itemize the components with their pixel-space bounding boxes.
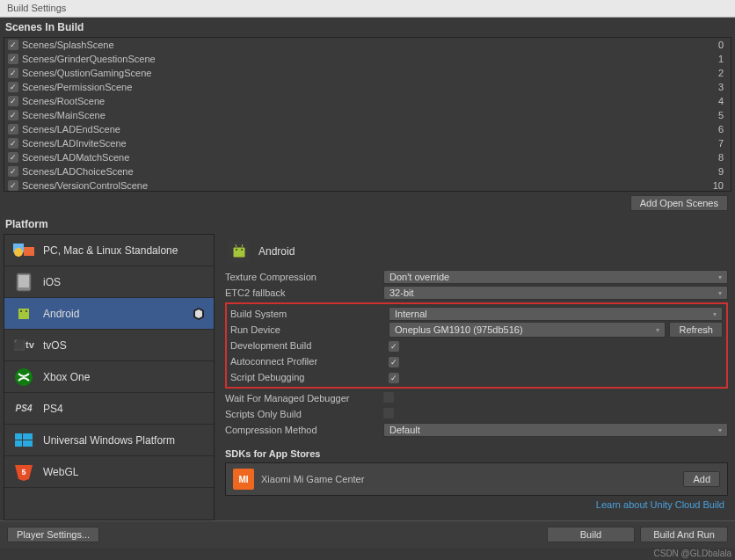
platform-label: Universal Windows Platform [43, 434, 207, 447]
scene-checkbox[interactable]: ✓ [8, 152, 18, 163]
player-settings-button[interactable]: Player Settings... [7, 527, 99, 542]
xiaomi-icon: MI [233, 469, 254, 490]
platform-header: Platform [0, 215, 735, 234]
scene-label: Scenes/LADEndScene [22, 124, 718, 135]
scene-label: Scenes/SplashScene [22, 40, 718, 50]
platform-item[interactable]: 5WebGL [4, 456, 214, 488]
svg-point-2 [14, 248, 23, 257]
refresh-button[interactable]: Refresh [669, 322, 723, 338]
platform-label: iOS [43, 276, 207, 288]
scene-index: 4 [718, 96, 724, 106]
svg-point-18 [241, 249, 243, 251]
svg-rect-11 [15, 433, 22, 440]
platform-item[interactable]: Xbox One [4, 361, 214, 393]
platform-item[interactable]: ⬛tvtvOS [4, 330, 214, 361]
svg-marker-9 [195, 309, 202, 318]
build-system-dropdown[interactable]: Internal [389, 307, 723, 321]
autoconnect-checkbox[interactable]: ✓ [389, 357, 399, 367]
android-icon [229, 241, 250, 262]
scene-checkbox[interactable]: ✓ [8, 138, 18, 149]
scene-label: Scenes/LADChoiceScene [22, 166, 718, 177]
dev-build-label: Development Build [230, 340, 389, 351]
platform-icon: PS4 [11, 398, 36, 419]
svg-text:5: 5 [21, 468, 25, 476]
platform-item[interactable]: Universal Windows Platform [4, 425, 214, 456]
scene-row[interactable]: ✓Scenes/LADChoiceScene9 [4, 164, 731, 178]
platform-item[interactable]: Android [4, 298, 214, 330]
scene-checkbox[interactable]: ✓ [8, 54, 18, 64]
platform-icon [11, 240, 36, 261]
scene-checkbox[interactable]: ✓ [8, 166, 18, 177]
window-title: Build Settings [7, 3, 66, 13]
svg-rect-1 [24, 247, 34, 256]
dev-build-checkbox[interactable]: ✓ [389, 341, 399, 352]
scene-row[interactable]: ✓Scenes/RootScene4 [4, 94, 731, 108]
platform-label: Android [43, 308, 184, 320]
unity-icon [191, 306, 207, 322]
scene-index: 7 [718, 138, 724, 149]
svg-rect-14 [23, 440, 33, 447]
scene-row[interactable]: ✓Scenes/LADMatchScene8 [4, 150, 731, 164]
scene-row[interactable]: ✓Scenes/SplashScene0 [4, 38, 731, 52]
svg-rect-13 [15, 440, 22, 447]
scenes-list[interactable]: ✓Scenes/SplashScene0✓Scenes/GrinderQuest… [4, 37, 731, 192]
svg-rect-5 [18, 309, 29, 319]
scripts-only-label: Scripts Only Build [225, 409, 383, 419]
scene-index: 6 [718, 124, 724, 135]
platform-icon [11, 272, 36, 293]
scene-index: 10 [713, 180, 724, 191]
scene-row[interactable]: ✓Scenes/PermissionScene3 [4, 80, 731, 94]
svg-point-17 [236, 249, 237, 251]
scene-row[interactable]: ✓Scenes/LADInviteScene7 [4, 136, 731, 150]
scene-checkbox[interactable]: ✓ [8, 124, 18, 135]
autoconnect-label: Autoconnect Profiler [230, 356, 389, 367]
scene-checkbox[interactable]: ✓ [8, 180, 18, 191]
build-and-run-button[interactable]: Build And Run [640, 527, 728, 542]
scripts-only-checkbox[interactable] [383, 408, 394, 418]
svg-point-10 [15, 368, 33, 386]
texture-compression-dropdown[interactable]: Don't override [383, 270, 728, 284]
scene-label: Scenes/PermissionScene [22, 82, 718, 92]
sdk-add-button[interactable]: Add [683, 471, 720, 487]
script-debug-checkbox[interactable]: ✓ [389, 373, 399, 383]
script-debug-label: Script Debugging [230, 372, 389, 382]
scene-row[interactable]: ✓Scenes/LADEndScene6 [4, 122, 731, 136]
scene-index: 0 [718, 40, 724, 50]
scene-row[interactable]: ✓Scenes/GrinderQuestionScene1 [4, 52, 731, 66]
platform-icon [11, 367, 36, 388]
svg-rect-12 [23, 433, 33, 440]
etc2-dropdown[interactable]: 32-bit [383, 286, 728, 300]
platform-list: PC, Mac & Linux StandaloneiOSAndroid⬛tvt… [4, 234, 215, 520]
platform-item[interactable]: iOS [4, 266, 214, 298]
scene-label: Scenes/LADInviteScene [22, 138, 718, 149]
scene-checkbox[interactable]: ✓ [8, 82, 18, 92]
scene-checkbox[interactable]: ✓ [8, 40, 18, 50]
scene-row[interactable]: ✓Scenes/QustionGamingScene2 [4, 66, 731, 80]
cloud-build-link[interactable]: Learn about Unity Cloud Build [222, 496, 731, 513]
run-device-dropdown[interactable]: Oneplus GM1910 (975db516) [389, 322, 666, 338]
scene-index: 2 [718, 68, 724, 78]
scene-label: Scenes/LADMatchScene [22, 152, 718, 163]
scene-index: 3 [718, 82, 724, 92]
scene-checkbox[interactable]: ✓ [8, 96, 18, 106]
platform-item[interactable]: PS4PS4 [4, 393, 214, 425]
add-open-scenes-button[interactable]: Add Open Scenes [630, 195, 728, 211]
platform-label: tvOS [43, 339, 207, 352]
wait-debugger-checkbox[interactable] [383, 392, 394, 403]
scene-checkbox[interactable]: ✓ [8, 68, 18, 78]
scene-checkbox[interactable]: ✓ [8, 110, 18, 120]
sdk-header: SDKs for App Stores [225, 445, 728, 462]
run-device-label: Run Device [230, 324, 389, 335]
sdk-item: MI Xiaomi Mi Game Center Add [225, 462, 728, 496]
platform-label: PS4 [43, 403, 207, 415]
scene-row[interactable]: ✓Scenes/VersionControlScene10 [4, 178, 731, 192]
build-button[interactable]: Build [547, 527, 635, 542]
scene-label: Scenes/QustionGamingScene [22, 68, 718, 78]
scene-row[interactable]: ✓Scenes/MainScene5 [4, 108, 731, 122]
platform-label: WebGL [43, 466, 207, 478]
highlighted-settings: Build System Internal Run Device Oneplus… [225, 302, 728, 389]
compression-dropdown[interactable]: Default [383, 423, 728, 437]
platform-item[interactable]: PC, Mac & Linux Standalone [4, 235, 214, 266]
scene-label: Scenes/GrinderQuestionScene [22, 54, 718, 64]
sdk-item-label: Xiaomi Mi Game Center [261, 474, 676, 484]
